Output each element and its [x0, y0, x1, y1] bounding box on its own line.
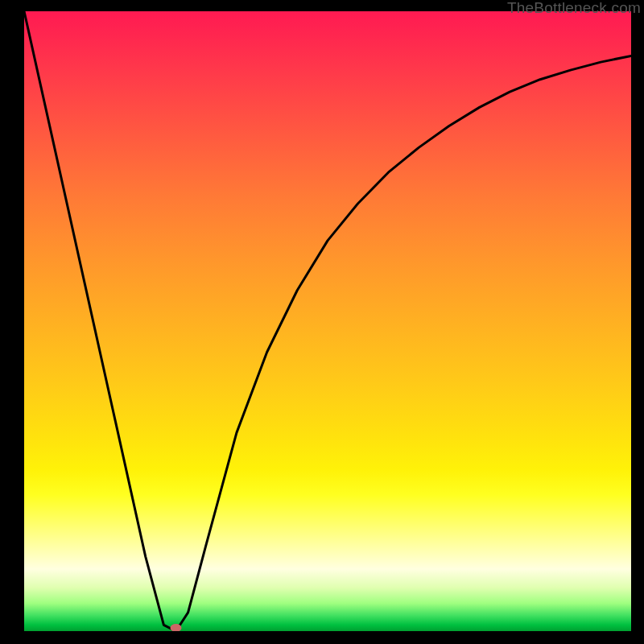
curve-line	[24, 11, 631, 631]
watermark: TheBottleneck.com	[507, 0, 641, 17]
chart-stage: TheBottleneck.com	[0, 0, 644, 644]
curve-line-group	[24, 11, 631, 631]
curve-svg	[24, 11, 631, 631]
plot-area	[24, 11, 631, 631]
